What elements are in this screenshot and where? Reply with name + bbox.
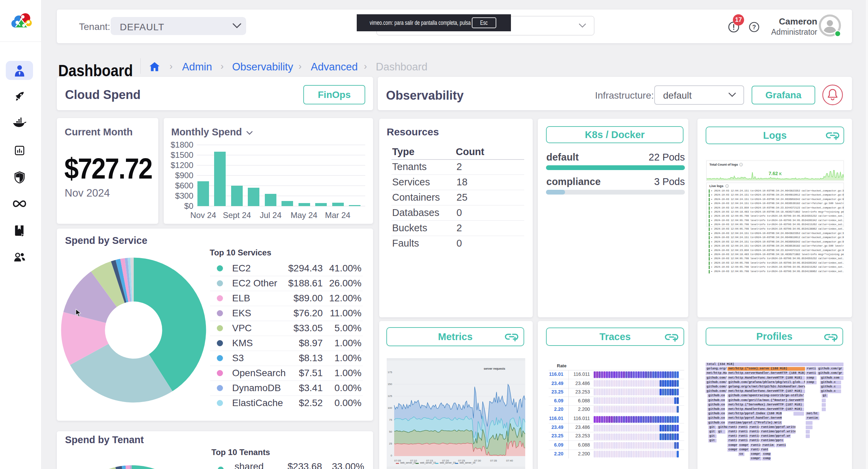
svg-text:Jul 24: Jul 24: [260, 211, 282, 220]
svg-text:07:40: 07:40: [506, 459, 513, 462]
svg-text:150: 150: [388, 383, 392, 386]
svg-text:Mar 24: Mar 24: [325, 211, 351, 220]
svg-text:$1200: $1200: [171, 161, 193, 170]
svg-text:$1500: $1500: [171, 150, 193, 160]
svg-text:25: 25: [389, 442, 392, 445]
svg-text:50: 50: [389, 430, 392, 433]
svg-text:0: 0: [391, 454, 392, 457]
svg-text:Sept 24: Sept 24: [223, 211, 251, 220]
svg-text:75: 75: [389, 418, 392, 421]
svg-text:$900: $900: [175, 171, 193, 180]
svg-text:$600: $600: [175, 181, 193, 190]
svg-text:$1800: $1800: [171, 141, 193, 149]
svg-text:Nov 24: Nov 24: [190, 211, 216, 220]
svg-text:100: 100: [388, 406, 392, 409]
svg-text:175: 175: [388, 371, 392, 374]
svg-text:07:35: 07:35: [490, 459, 497, 462]
svg-text:125: 125: [388, 395, 392, 398]
svg-text:$0: $0: [184, 201, 193, 211]
svg-text:$300: $300: [175, 191, 193, 200]
svg-text:May 24: May 24: [291, 211, 318, 220]
